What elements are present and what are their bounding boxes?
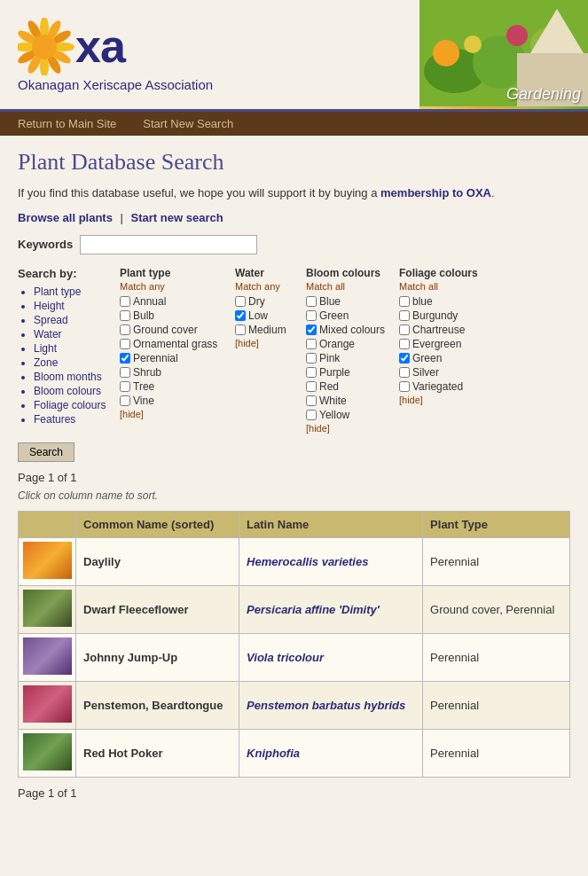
bloom-label: Pink — [319, 352, 340, 364]
latin-name-cell[interactable]: Viola tricolour — [239, 633, 423, 681]
org-name: Okanagan Xeriscape Association — [18, 77, 402, 92]
plant-type-checkbox[interactable] — [120, 310, 130, 321]
bloom-hide[interactable]: [hide] — [306, 423, 390, 434]
search-button[interactable]: Search — [18, 442, 74, 462]
return-to-main-link[interactable]: Return to Main Site — [18, 117, 116, 130]
col-thumb — [19, 511, 76, 537]
foliage-label: Variegated — [412, 380, 463, 393]
plant-type-hide[interactable]: [hide] — [120, 409, 226, 419]
table-row: Dwarf FleeceflowerPersicaria affine 'Dim… — [19, 585, 570, 633]
foliage-label: Silver — [412, 366, 439, 379]
start-new-search-link[interactable]: Start New Search — [143, 117, 233, 130]
bloom-options: BlueGreenMixed coloursOrangePinkPurpleRe… — [306, 295, 390, 421]
water-title: Water — [235, 267, 297, 279]
bloom-checkbox[interactable] — [306, 310, 317, 321]
bloom-item: Purple — [306, 366, 390, 379]
latin-name-cell[interactable]: Penstemon barbatus hybrids — [239, 681, 423, 729]
common-name-cell[interactable]: Dwarf Fleeceflower — [76, 585, 239, 633]
common-name-cell[interactable]: Johnny Jump-Up — [76, 633, 239, 681]
foliage-checkbox[interactable] — [399, 310, 410, 321]
plant-type-checkbox[interactable] — [120, 296, 130, 307]
search-by-list: Plant typeHeightSpreadWaterLightZoneBloo… — [18, 285, 120, 426]
latin-name-cell[interactable]: Kniphofia — [239, 729, 423, 777]
latin-name-cell[interactable]: Persicaria affine 'Dimity' — [239, 585, 423, 633]
common-name-cell[interactable]: Daylily — [76, 537, 239, 585]
bloom-match[interactable]: Match all — [306, 281, 390, 292]
plant-type-item: Vine — [120, 395, 226, 407]
bloom-checkbox[interactable] — [306, 381, 317, 392]
bloom-checkbox[interactable] — [306, 339, 317, 349]
search-by-item[interactable]: Bloom colours — [34, 385, 120, 397]
bloom-checkbox[interactable] — [306, 410, 317, 420]
foliage-checkbox[interactable] — [399, 296, 410, 307]
plant-thumbnail — [23, 590, 72, 627]
search-by-title: Search by: — [18, 267, 120, 280]
col-common-name[interactable]: Common Name (sorted) — [76, 511, 239, 537]
bloom-checkbox[interactable] — [306, 353, 317, 364]
search-by-item[interactable]: Water — [34, 328, 120, 340]
foliage-match[interactable]: Match all — [399, 281, 497, 292]
bloom-item: White — [306, 395, 390, 407]
browse-all-link[interactable]: Browse all plants — [18, 211, 113, 224]
plant-type-checkbox[interactable] — [120, 381, 130, 392]
water-checkbox[interactable] — [235, 296, 246, 307]
membership-text: If you find this database useful, we hop… — [18, 184, 570, 202]
plant-type-label: Perennial — [133, 352, 178, 364]
foliage-options: blueBurgundyChartreuseEvergreenGreenSilv… — [399, 295, 497, 393]
foliage-checkbox[interactable] — [399, 325, 410, 335]
foliage-checkbox[interactable] — [399, 339, 410, 349]
bloom-checkbox[interactable] — [306, 325, 317, 335]
plant-type-checkbox[interactable] — [120, 367, 130, 378]
foliage-checkbox[interactable] — [399, 367, 410, 378]
latin-name-cell[interactable]: Hemerocallis varieties — [239, 537, 423, 585]
bloom-checkbox[interactable] — [306, 296, 317, 307]
start-new-search-text[interactable]: Start new search — [131, 211, 223, 224]
plant-type-checkbox[interactable] — [120, 353, 130, 364]
table-header: Common Name (sorted) Latin Name Plant Ty… — [19, 511, 570, 537]
page-info-top: Page 1 of 1 — [18, 471, 570, 484]
common-name-cell[interactable]: Penstemon, Beardtongue — [76, 681, 239, 729]
foliage-checkbox[interactable] — [399, 353, 410, 364]
foliage-item: Variegated — [399, 380, 497, 393]
search-by-item[interactable]: Height — [34, 300, 120, 312]
search-by-item[interactable]: Foliage colours — [34, 399, 120, 411]
search-by-item[interactable]: Plant type — [34, 285, 120, 298]
water-checkbox[interactable] — [235, 325, 246, 335]
search-by-item[interactable]: Spread — [34, 314, 120, 326]
col-plant-type[interactable]: Plant Type — [423, 511, 570, 537]
main-content: Plant Database Search If you find this d… — [0, 136, 588, 813]
search-button-row: Search — [18, 442, 570, 462]
bloom-checkbox[interactable] — [306, 367, 317, 378]
water-options: DryLowMedium — [235, 295, 297, 336]
col-latin-name[interactable]: Latin Name — [239, 511, 423, 537]
search-by-item[interactable]: Bloom months — [34, 371, 120, 383]
plant-type-checkbox[interactable] — [120, 325, 130, 335]
membership-link[interactable]: membership to OXA — [380, 186, 491, 199]
plant-type-label: Vine — [133, 395, 154, 407]
keywords-input[interactable] — [80, 235, 257, 254]
foliage-item: Burgundy — [399, 309, 497, 322]
water-hide[interactable]: [hide] — [235, 338, 297, 348]
bloom-checkbox[interactable] — [306, 395, 317, 406]
foliage-hide[interactable]: [hide] — [399, 395, 497, 405]
search-by-col: Search by: Plant typeHeightSpreadWaterLi… — [18, 267, 120, 427]
search-by-item[interactable]: Zone — [34, 356, 120, 369]
common-name-cell[interactable]: Red Hot Poker — [76, 729, 239, 777]
logo-container: xa — [18, 18, 402, 75]
plant-type-label: Tree — [133, 380, 154, 393]
header: xa Okanagan Xeriscape Association Garden… — [0, 0, 588, 112]
search-by-item[interactable]: Features — [34, 413, 120, 426]
plant-type-checkbox[interactable] — [120, 395, 130, 406]
foliage-checkbox[interactable] — [399, 381, 410, 392]
foliage-item: Green — [399, 352, 497, 364]
water-item: Low — [235, 309, 297, 322]
plant-thumb-cell — [19, 585, 76, 633]
plant-thumbnail — [23, 733, 72, 770]
plant-type-match[interactable]: Match any — [120, 281, 226, 292]
foliage-title: Foliage colours — [399, 267, 497, 279]
plant-type-checkbox[interactable] — [120, 339, 130, 349]
water-match[interactable]: Match any — [235, 281, 297, 292]
water-checkbox[interactable] — [235, 310, 246, 321]
plant-thumbnail — [23, 637, 72, 675]
search-by-item[interactable]: Light — [34, 342, 120, 355]
